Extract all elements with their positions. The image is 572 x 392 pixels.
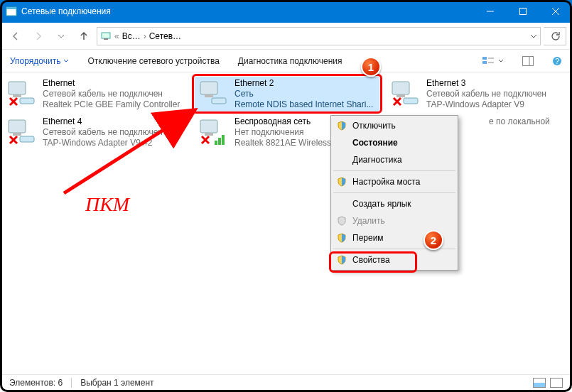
- svg-rect-8: [482, 57, 487, 60]
- svg-rect-6: [102, 33, 110, 38]
- status-count: Элементов: 6: [9, 378, 63, 388]
- svg-rect-19: [200, 82, 217, 94]
- svg-rect-18: [20, 98, 34, 104]
- forward-button[interactable]: [28, 26, 48, 46]
- svg-rect-22: [392, 82, 409, 94]
- svg-rect-32: [222, 135, 225, 145]
- back-button[interactable]: [6, 26, 26, 46]
- menu-diagnostics[interactable]: Диагностика: [333, 151, 456, 168]
- svg-rect-7: [104, 38, 108, 40]
- minimize-button[interactable]: [474, 0, 507, 23]
- help-button[interactable]: ?: [548, 53, 566, 69]
- svg-rect-31: [218, 138, 221, 145]
- menu-bridge[interactable]: Настройка моста: [333, 173, 456, 190]
- recent-button[interactable]: [51, 26, 71, 46]
- refresh-button[interactable]: [544, 27, 566, 45]
- svg-rect-25: [9, 120, 26, 133]
- menu-properties[interactable]: Свойства: [333, 251, 456, 268]
- adapter-icon: [198, 78, 229, 109]
- badge-2: 2: [423, 230, 443, 250]
- svg-rect-30: [215, 141, 217, 145]
- menu-disable[interactable]: Отключить: [333, 117, 456, 134]
- svg-text:?: ?: [555, 58, 559, 65]
- connection-item-selected[interactable]: Ethernet 2СетьRemote NDIS based Internet…: [195, 77, 379, 112]
- svg-rect-24: [404, 98, 418, 104]
- svg-rect-16: [9, 82, 26, 94]
- wifi-adapter-icon: [198, 116, 229, 148]
- svg-rect-17: [13, 94, 21, 97]
- connection-item-partial[interactable]: е по локальной: [486, 115, 564, 151]
- organize-button[interactable]: Упорядочить: [6, 53, 73, 69]
- connection-item[interactable]: EthernetСетевой кабель не подключенRealt…: [3, 77, 188, 112]
- shield-icon: [337, 216, 347, 226]
- svg-rect-26: [13, 133, 21, 136]
- adapter-icon: [6, 78, 37, 109]
- shield-icon: [337, 233, 347, 243]
- window-title: Сетевые подключения: [21, 6, 111, 16]
- adapter-icon: [389, 78, 421, 109]
- maximize-button[interactable]: [507, 0, 539, 23]
- rmb-label: ПКМ: [85, 193, 129, 216]
- preview-pane-button[interactable]: [518, 53, 538, 69]
- svg-rect-21: [212, 98, 226, 104]
- status-selected: Выбран 1 элемент: [80, 378, 153, 388]
- diagnose-button[interactable]: Диагностика подключения: [234, 53, 347, 69]
- svg-rect-23: [396, 94, 405, 97]
- details-view-button[interactable]: [533, 378, 546, 388]
- connection-item[interactable]: Ethernet 3Сетевой кабель не подключенTAP…: [387, 77, 571, 112]
- shield-icon: [337, 121, 347, 131]
- menu-status[interactable]: Состояние: [333, 134, 456, 151]
- breadcrumb[interactable]: « Вс… › Сетев…: [97, 27, 541, 45]
- connection-item[interactable]: Ethernet 4Сетевой кабель не подключенTAP…: [3, 115, 188, 151]
- network-icon: [100, 31, 112, 41]
- chevron-down-icon[interactable]: [530, 33, 537, 40]
- shield-icon: [337, 177, 347, 187]
- svg-rect-12: [523, 56, 534, 65]
- disable-device-button[interactable]: Отключение сетевого устройства: [83, 53, 223, 69]
- svg-rect-20: [205, 94, 213, 97]
- connections-view: EthernetСетевой кабель не подключенRealt…: [0, 72, 572, 372]
- toolbar: Упорядочить Отключение сетевого устройст…: [0, 50, 572, 72]
- svg-rect-28: [200, 120, 217, 133]
- address-bar: « Вс… › Сетев…: [0, 23, 572, 50]
- window-icon: [6, 6, 17, 17]
- svg-rect-9: [482, 61, 487, 64]
- shield-icon: [337, 255, 347, 265]
- svg-rect-29: [205, 133, 213, 136]
- status-bar: Элементов: 6 Выбран 1 элемент: [2, 374, 570, 390]
- svg-rect-27: [20, 136, 34, 142]
- large-icons-view-button[interactable]: [550, 378, 563, 388]
- svg-rect-1: [6, 7, 16, 9]
- svg-rect-3: [520, 9, 527, 15]
- adapter-icon: [6, 116, 37, 148]
- title-bar: Сетевые подключения: [0, 0, 572, 23]
- menu-delete: Удалить: [333, 212, 456, 229]
- menu-shortcut[interactable]: Создать ярлык: [333, 195, 456, 212]
- close-button[interactable]: [539, 0, 572, 23]
- view-options-button[interactable]: [478, 53, 508, 69]
- up-button[interactable]: [74, 26, 94, 46]
- badge-1: 1: [361, 57, 381, 77]
